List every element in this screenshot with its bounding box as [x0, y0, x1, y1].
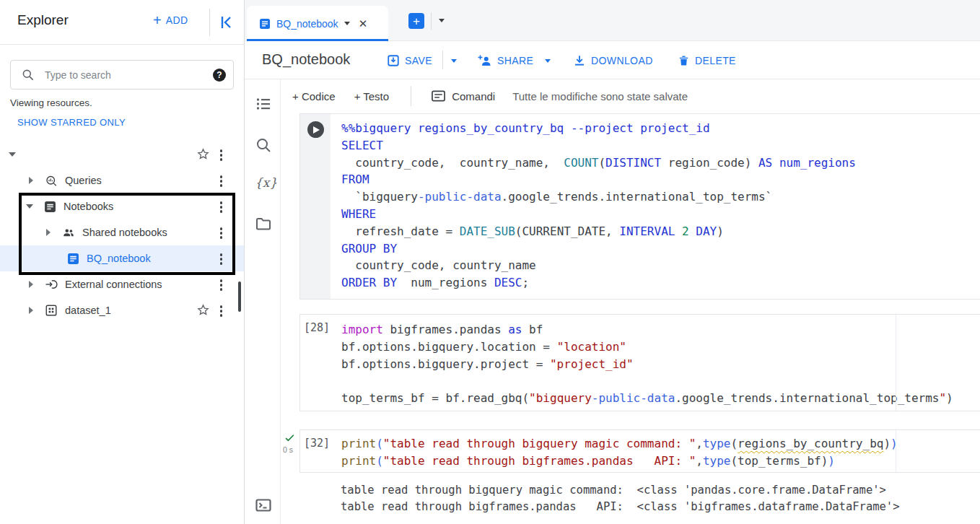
save-button[interactable]: SAVE — [387, 54, 432, 67]
code-line: FROM — [341, 171, 856, 188]
tree-item-label: External connections — [65, 279, 162, 290]
star-icon[interactable] — [196, 147, 210, 161]
tree-row-dataset-1[interactable]: dataset_1 — [0, 297, 244, 323]
execution-count-label: [32] — [304, 437, 330, 450]
variables-panel-icon[interactable]: {x} — [255, 175, 272, 193]
search-panel-icon[interactable] — [255, 136, 272, 154]
commands-icon — [432, 90, 445, 102]
queries-icon — [45, 174, 58, 187]
code-line — [341, 372, 980, 390]
add-code-cell-button[interactable]: + Codice — [292, 90, 336, 102]
collapse-sidebar-icon[interactable] — [218, 14, 235, 31]
notebook-icon — [259, 18, 271, 30]
more-options-icon[interactable] — [219, 252, 224, 266]
autosave-status: Tutte le modifiche sono state salvate — [512, 90, 688, 102]
tab-label: BQ_notebook — [276, 18, 338, 30]
toolbar-divider — [442, 51, 443, 69]
share-menu-caret-icon[interactable] — [545, 59, 551, 63]
notebooks-icon — [43, 200, 56, 213]
sidebar-scrollbar[interactable] — [238, 281, 241, 312]
code-line: country_code, country_name — [341, 257, 856, 274]
code-line: bf.options.bigquery.project = "project_i… — [341, 356, 980, 373]
table-of-contents-icon[interactable] — [255, 95, 272, 113]
more-options-icon[interactable] — [219, 226, 224, 240]
output-line: table read through bigframes.pandas API:… — [341, 499, 900, 515]
tree-item-label: dataset_1 — [65, 305, 111, 316]
code-cell-python-bigframes[interactable]: [28] import bigframes.pandas as bfbf.opt… — [299, 314, 980, 411]
chevron-right-icon[interactable] — [29, 281, 33, 288]
search-input[interactable] — [43, 69, 213, 82]
more-options-icon[interactable] — [219, 278, 224, 292]
tree-row-queries[interactable]: Queries — [0, 167, 244, 193]
code-editor[interactable]: import bigframes.pandas as bfbf.options.… — [300, 315, 980, 407]
help-icon[interactable]: ? — [213, 69, 226, 82]
tabstrip-divider — [431, 12, 432, 30]
add-button[interactable]: + ADD — [153, 13, 188, 27]
share-button[interactable]: SHARE — [477, 54, 551, 67]
commands-button[interactable]: Comandi — [432, 90, 495, 102]
code-cell-sql[interactable]: %%bigquery regions_by_country_bq --proje… — [299, 113, 980, 300]
terminal-icon[interactable] — [255, 497, 272, 514]
show-starred-only-link[interactable]: SHOW STARRED ONLY — [17, 117, 126, 128]
search-icon — [21, 68, 35, 82]
code-line: WHERE — [341, 206, 856, 223]
chevron-right-icon[interactable] — [29, 177, 33, 184]
code-line: print("table read through bigquery magic… — [341, 435, 980, 453]
commands-label: Comandi — [452, 90, 495, 102]
save-menu-caret-icon[interactable] — [451, 59, 457, 63]
column-ruler — [896, 315, 896, 411]
code-line: %%bigquery regions_by_country_bq --proje… — [341, 120, 856, 137]
save-icon — [387, 54, 400, 67]
download-button[interactable]: DOWNLOAD — [573, 54, 653, 67]
tree-item-label: Shared notebooks — [82, 227, 167, 238]
play-icon — [313, 126, 320, 134]
save-button-label: SAVE — [405, 55, 432, 66]
tab-list-caret-icon[interactable] — [439, 19, 445, 22]
code-cell-python-print[interactable]: [32] print("table read through bigquery … — [299, 429, 980, 473]
tree-row-external-connections[interactable]: External connections — [0, 271, 244, 297]
tab-bq-notebook[interactable]: BQ_notebook ✕ — [247, 6, 388, 41]
chevron-right-icon[interactable] — [29, 307, 33, 314]
download-button-label: DOWNLOAD — [591, 55, 653, 66]
more-options-icon[interactable] — [219, 148, 224, 162]
add-text-cell-button[interactable]: + Testo — [354, 90, 390, 102]
chevron-down-icon[interactable] — [26, 204, 33, 209]
tree-item-label: Notebooks — [64, 201, 113, 212]
output-line: table read through bigquery magic comman… — [341, 482, 900, 499]
tree-row-project-root[interactable] — [0, 141, 244, 167]
code-editor[interactable]: %%bigquery regions_by_country_bq --proje… — [331, 114, 856, 299]
tab-close-icon[interactable]: ✕ — [359, 17, 368, 30]
code-editor[interactable]: print("table read through bigquery magic… — [300, 430, 980, 470]
code-line: print("table read through bigframes.pand… — [341, 453, 980, 470]
more-options-icon[interactable] — [219, 174, 224, 188]
add-button-label: ADD — [166, 14, 188, 26]
chevron-right-icon[interactable] — [46, 229, 51, 236]
bigquery-studio-window: Explorer + ADD ? Viewing resources. SHOW… — [0, 0, 980, 524]
new-tab-button[interactable]: + — [408, 13, 424, 29]
chevron-down-icon[interactable] — [9, 152, 16, 157]
tab-menu-caret-icon[interactable] — [344, 22, 350, 25]
viewing-resources-text: Viewing resources. — [10, 97, 92, 108]
person-add-icon — [477, 54, 492, 67]
cell-gutter — [300, 114, 331, 299]
search-box[interactable]: ? — [10, 60, 234, 89]
tree-row-bq-notebook[interactable]: BQ_notebook — [0, 245, 244, 271]
code-line: `bigquery-public-data.google_trends.inte… — [341, 188, 856, 206]
code-line: import bigframes.pandas as bf — [341, 321, 980, 339]
share-button-label: SHARE — [497, 55, 533, 66]
resource-tree: Queries Notebooks Shared notebooks — [0, 141, 244, 323]
download-icon — [573, 54, 586, 67]
more-options-icon[interactable] — [219, 200, 224, 214]
tree-row-shared-notebooks[interactable]: Shared notebooks — [0, 219, 244, 245]
run-cell-button[interactable] — [307, 121, 324, 138]
more-options-icon[interactable] — [219, 304, 224, 318]
files-panel-icon[interactable] — [255, 215, 272, 232]
code-line: ORDER BY num_regions DESC; — [341, 274, 856, 292]
star-icon[interactable] — [196, 303, 210, 317]
cell-output: table read through bigquery magic comman… — [341, 482, 900, 515]
execution-count-label: [28] — [304, 321, 330, 334]
cell-success-check-icon — [284, 432, 295, 443]
tree-row-notebooks[interactable]: Notebooks — [0, 193, 244, 219]
explorer-title: Explorer — [17, 12, 69, 28]
delete-button[interactable]: DELETE — [678, 54, 736, 67]
